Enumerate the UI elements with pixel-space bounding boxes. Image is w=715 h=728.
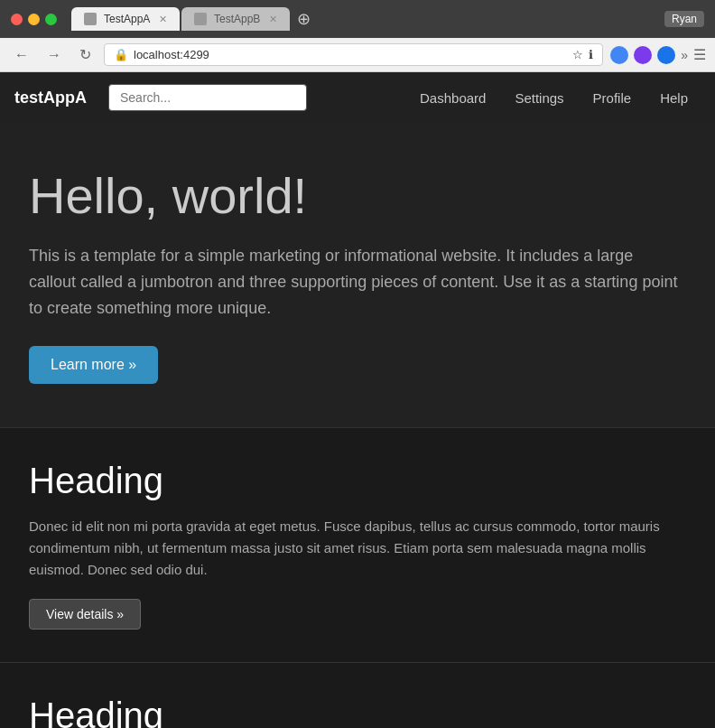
tab-label: TestAppA: [104, 13, 150, 25]
maximize-window-button[interactable]: [45, 14, 57, 25]
tab-close-button[interactable]: ✕: [159, 14, 167, 25]
tab-testappa[interactable]: TestAppA ✕: [71, 7, 180, 31]
new-tab-button[interactable]: ⊕: [290, 9, 318, 29]
learn-more-button[interactable]: Learn more »: [29, 346, 158, 384]
nav-link-help[interactable]: Help: [647, 83, 701, 113]
nav-link-dashboard[interactable]: Dashboard: [407, 83, 498, 113]
lock-icon: 🔒: [114, 48, 128, 61]
browser-titlebar: TestAppA ✕ TestAppB ✕ ⊕ Ryan: [0, 0, 715, 38]
content-section-1: Heading Donec id elit non mi porta gravi…: [0, 427, 715, 662]
browser-extension-icons: » ☰: [610, 46, 706, 64]
url-text: localhost:4299: [134, 48, 567, 61]
content-section-2: Heading Donec id elit non mi porta gravi…: [0, 662, 715, 728]
extension-icon-2[interactable]: [634, 46, 652, 64]
app-navbar: testAppA Dashboard Settings Profile Help: [0, 72, 715, 123]
app-brand: testAppA: [14, 89, 87, 107]
jumbotron-description: This is a template for a simple marketin…: [29, 243, 679, 321]
nav-links: Dashboard Settings Profile Help: [407, 83, 701, 113]
extension-icon-3[interactable]: [657, 46, 675, 64]
tab-label: TestAppB: [214, 13, 260, 25]
forward-button[interactable]: →: [42, 45, 67, 65]
browser-chrome: TestAppA ✕ TestAppB ✕ ⊕ Ryan ← → ↻ 🔒 loc…: [0, 0, 715, 72]
address-bar[interactable]: 🔒 localhost:4299 ☆ ℹ: [104, 43, 603, 66]
jumbotron-title: Hello, world!: [29, 166, 686, 225]
close-window-button[interactable]: [11, 14, 23, 25]
tab-favicon: [84, 13, 97, 25]
info-icon[interactable]: ℹ: [589, 48, 593, 61]
jumbotron: Hello, world! This is a template for a s…: [0, 123, 715, 427]
section-1-heading: Heading: [29, 461, 686, 501]
back-button[interactable]: ←: [9, 45, 34, 65]
nav-link-profile[interactable]: Profile: [580, 83, 645, 113]
extension-icon-1[interactable]: [610, 46, 628, 64]
nav-link-settings[interactable]: Settings: [502, 83, 576, 113]
search-container: [108, 84, 307, 111]
section-2-heading: Heading: [29, 695, 686, 728]
browser-toolbar: ← → ↻ 🔒 localhost:4299 ☆ ℹ » ☰: [0, 38, 715, 72]
section-1-text: Donec id elit non mi porta gravida at eg…: [29, 516, 679, 581]
tab-favicon: [194, 13, 207, 25]
more-extensions-button[interactable]: »: [681, 48, 688, 62]
browser-menu-button[interactable]: ☰: [693, 46, 706, 63]
user-badge: Ryan: [664, 11, 704, 27]
traffic-lights: [11, 14, 57, 25]
refresh-button[interactable]: ↻: [74, 44, 97, 65]
tabs-container: TestAppA ✕ TestAppB ✕ ⊕: [64, 7, 657, 31]
minimize-window-button[interactable]: [28, 14, 40, 25]
search-input[interactable]: [108, 84, 307, 111]
tab-close-button[interactable]: ✕: [269, 14, 277, 25]
star-icon[interactable]: ☆: [572, 48, 583, 61]
tab-testappb[interactable]: TestAppB ✕: [181, 7, 290, 31]
view-details-button-1[interactable]: View details »: [29, 599, 141, 630]
